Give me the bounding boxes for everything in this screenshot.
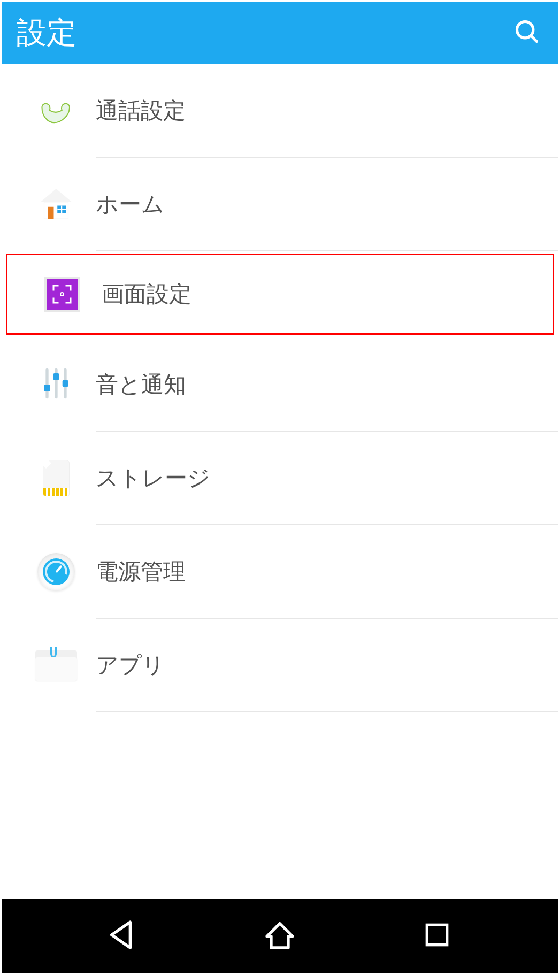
home-icon xyxy=(17,184,96,225)
settings-item-label: 通話設定 xyxy=(96,96,186,126)
settings-list: 通話設定 ホーム xyxy=(2,64,558,902)
highlight-frame: 画面設定 xyxy=(6,254,554,335)
svg-rect-14 xyxy=(63,380,68,387)
system-navbar xyxy=(2,899,558,973)
settings-item-storage[interactable]: ストレージ xyxy=(2,432,558,524)
gauge-icon xyxy=(17,553,96,590)
search-button[interactable] xyxy=(511,17,543,49)
svg-rect-4 xyxy=(48,206,53,219)
svg-marker-15 xyxy=(111,922,130,948)
settings-item-label: アプリ xyxy=(96,650,165,680)
home-nav-icon xyxy=(263,918,297,954)
settings-item-label: 音と通知 xyxy=(96,370,186,400)
recent-icon xyxy=(420,918,454,954)
sliders-icon xyxy=(17,365,96,404)
nav-home-button[interactable] xyxy=(256,912,304,960)
divider xyxy=(96,250,558,251)
settings-item-label: ホーム xyxy=(96,189,164,219)
svg-line-1 xyxy=(531,35,537,41)
settings-item-label: ストレージ xyxy=(96,463,210,493)
phone-icon xyxy=(17,90,96,131)
appbar: 設定 xyxy=(2,2,558,64)
nav-recent-button[interactable] xyxy=(413,912,461,960)
nav-back-button[interactable] xyxy=(99,912,147,960)
settings-item-label: 画面設定 xyxy=(102,279,191,309)
settings-item-sound[interactable]: 音と通知 xyxy=(2,338,558,431)
search-icon xyxy=(513,18,541,48)
settings-item-home[interactable]: ホーム xyxy=(2,158,558,250)
settings-item-apps[interactable]: アプリ xyxy=(2,619,558,711)
svg-rect-16 xyxy=(427,925,447,945)
svg-rect-12 xyxy=(44,385,50,391)
svg-point-8 xyxy=(60,293,64,296)
page-title: 設定 xyxy=(17,13,76,53)
display-icon xyxy=(22,279,102,310)
back-icon xyxy=(106,918,140,954)
settings-item-power[interactable]: 電源管理 xyxy=(2,525,558,618)
settings-item-call[interactable]: 通話設定 xyxy=(2,64,558,157)
settings-item-label: 電源管理 xyxy=(96,557,186,587)
settings-item-display[interactable]: 画面設定 xyxy=(7,255,553,333)
sdcard-icon xyxy=(17,460,96,496)
svg-marker-2 xyxy=(41,189,72,202)
folder-icon xyxy=(17,650,96,681)
svg-rect-13 xyxy=(53,373,59,380)
divider xyxy=(96,711,558,712)
